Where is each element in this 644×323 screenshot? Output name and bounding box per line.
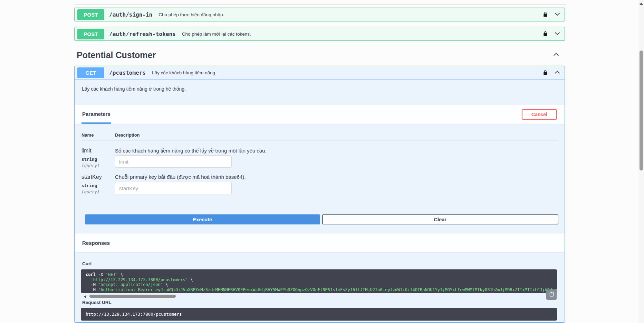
hscroll-thumb[interactable] [89,295,176,298]
auth-lock-button[interactable] [543,69,548,76]
param-type: string [81,183,97,188]
divider [81,140,558,140]
endpoint-summary-text: Cho phép làm mới lại các tokens. [182,31,251,37]
lock-icon [543,30,548,38]
method-badge-post: POST [77,9,104,20]
endpoint-post-auth-sign-in: POST /auth/sign-in Cho phép thực hiện đă… [74,8,565,21]
limit-input[interactable] [115,155,232,168]
endpoint-path: /pcustomers [109,70,146,76]
param-name-startkey: startKey [81,174,102,180]
collapse-button[interactable] [553,68,562,78]
chevron-up-icon [552,51,560,59]
curl-label: Curl [82,261,92,266]
expand-button[interactable] [553,29,562,39]
clear-button[interactable]: Clear [322,214,559,224]
responses-header-bar: Responses [75,233,565,252]
endpoint-path: /auth/refresh-tokens [109,31,176,37]
request-url-label: Request URL [82,300,112,305]
endpoint-summary-row[interactable]: GET /pcustomers Lấy các khách hàng tiềm … [75,66,565,80]
execute-clear-group: Execute Clear [85,214,558,224]
curl-line-3: -H 'accept: application/json' \ [86,282,557,287]
divider [74,4,566,5]
param-location: (query) [81,189,100,194]
tab-parameters[interactable]: Parameters [81,105,111,124]
endpoint-post-auth-refresh-tokens: POST /auth/refresh-tokens Cho phép làm m… [74,27,565,41]
lock-icon [543,69,548,76]
curl-line-1: curl -X 'GET' \ [86,272,557,277]
curl-code-block: curl -X 'GET' \ 'http://13.229.134.173:7… [81,269,557,293]
cancel-button[interactable]: Cancel [522,109,557,120]
param-type: string [81,157,97,162]
scroll-up-arrow[interactable] [640,2,643,5]
startkey-input[interactable] [115,182,232,194]
section-potential-customer[interactable]: Potential Customer [74,48,565,62]
endpoint-get-pcustomers: GET /pcustomers Lấy các khách hàng tiềm … [74,66,565,323]
chevron-down-icon [554,11,561,19]
endpoint-summary-row[interactable]: POST /auth/sign-in Cho phép thực hiện đă… [75,8,565,21]
param-name-limit: limit [81,148,91,154]
endpoint-summary-text: Lấy các khách hàng tiềm năng. [152,70,217,75]
responses-title: Responses [82,240,110,246]
hscroll-left-arrow[interactable] [84,295,86,298]
param-location: (query) [81,163,100,168]
chevron-down-icon [554,30,561,38]
chevron-up-icon [554,69,561,77]
column-header-description: Description [115,132,140,138]
collapse-section-button[interactable] [551,50,561,60]
curl-line-2: 'http://13.229.134.173:7800/pcustomers' … [86,277,557,283]
lock-icon [543,11,548,18]
auth-lock-button[interactable] [543,30,548,38]
swagger-page: POST /auth/sign-in Cho phép thực hiện đă… [0,0,644,323]
request-url-value: http://13.229.134.173:7800/pcustomers [86,312,182,317]
column-header-name: Name [81,132,94,138]
scrollbar-thumb[interactable] [640,50,643,170]
param-description: Số các khách hàng tiềm năng có thể lấy v… [115,148,267,154]
section-title: Potential Customer [77,50,156,60]
endpoint-path: /auth/sign-in [109,11,152,18]
parameters-header-bar: Parameters Cancel [75,105,565,124]
expand-button[interactable] [553,10,562,20]
param-description: Chuỗi primary key bắt đầu (được mã hoá t… [115,174,246,180]
request-url-block: http://13.229.134.173:7800/pcustomers [81,308,557,321]
method-badge-post: POST [77,29,104,39]
clipboard-icon [549,291,555,298]
endpoint-summary-row[interactable]: POST /auth/refresh-tokens Cho phép làm m… [75,27,565,40]
endpoint-summary-text: Cho phép thực hiện đăng nhập. [158,12,224,17]
method-badge-get: GET [77,67,104,78]
copy-to-clipboard-button[interactable] [546,289,557,300]
page-scrollbar[interactable] [638,0,644,323]
curl-line-4: -H 'Authorization: Bearer eyJraWQiOiJVaX… [86,287,557,293]
execute-button[interactable]: Execute [85,214,320,224]
operation-description: Lấy các khách hàng tiềm năng ở trong hệ … [82,86,186,92]
auth-lock-button[interactable] [543,11,548,18]
